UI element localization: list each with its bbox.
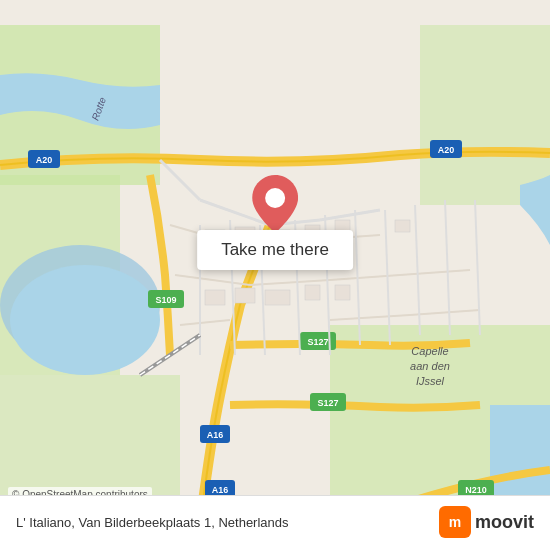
moovit-icon: m: [439, 506, 471, 538]
svg-text:IJssel: IJssel: [416, 375, 445, 387]
map-container: A20 A20 A16 A16 S109 S127 S127 N210: [0, 0, 550, 550]
svg-text:S127: S127: [317, 398, 338, 408]
svg-text:A20: A20: [36, 155, 53, 165]
svg-text:aan den: aan den: [410, 360, 450, 372]
bottom-bar: L' Italiano, Van Bilderbeekplaats 1, Net…: [0, 495, 550, 550]
svg-rect-60: [235, 288, 255, 303]
svg-rect-61: [265, 290, 290, 305]
svg-rect-63: [335, 285, 350, 300]
svg-text:A20: A20: [438, 145, 455, 155]
svg-text:A16: A16: [212, 485, 229, 495]
svg-rect-5: [420, 25, 550, 205]
take-me-there-button[interactable]: Take me there: [197, 230, 353, 270]
moovit-text: moovit: [475, 512, 534, 533]
moovit-logo: m moovit: [439, 506, 534, 538]
svg-rect-59: [205, 290, 225, 305]
svg-text:m: m: [449, 514, 461, 530]
svg-rect-62: [305, 285, 320, 300]
map-background: A20 A20 A16 A16 S109 S127 S127 N210: [0, 0, 550, 550]
svg-text:N210: N210: [465, 485, 487, 495]
address-text: L' Italiano, Van Bilderbeekplaats 1, Net…: [16, 515, 289, 530]
svg-text:Capelle: Capelle: [411, 345, 448, 357]
location-pin: [250, 175, 300, 235]
svg-text:S127: S127: [307, 337, 328, 347]
svg-text:S109: S109: [155, 295, 176, 305]
svg-point-7: [10, 265, 160, 375]
svg-text:A16: A16: [207, 430, 224, 440]
svg-point-70: [265, 188, 285, 208]
svg-rect-54: [395, 220, 410, 232]
take-me-there-container[interactable]: Take me there: [197, 175, 353, 270]
